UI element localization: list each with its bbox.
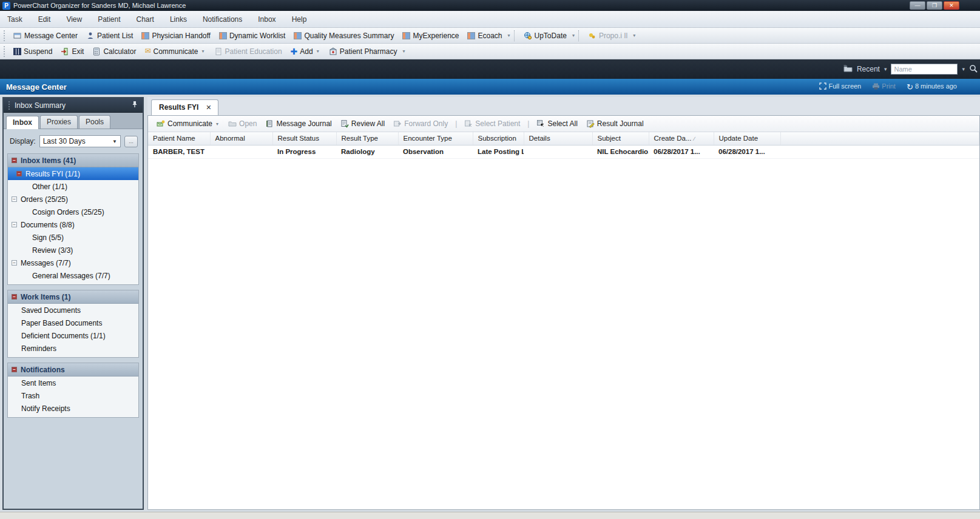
physician-handoff-button[interactable]: Physician Handoff — [137, 30, 215, 41]
sidebar-item-review[interactable]: Review (3/3) — [8, 244, 138, 256]
suspend-button[interactable]: Suspend — [9, 46, 56, 57]
section-header-work-items[interactable]: − Work Items (1) — [8, 290, 138, 304]
quality-measures-summary-icon — [294, 32, 302, 39]
message-center-button[interactable]: Message Center — [9, 30, 82, 41]
section-header-inbox-items[interactable]: − Inbox Items (41) — [8, 154, 138, 167]
column-header-abnormal[interactable]: Abnormal — [210, 132, 272, 145]
display-options-button[interactable]: ... — [124, 136, 138, 147]
select-patient-icon — [464, 119, 473, 128]
search-icon[interactable] — [969, 64, 978, 75]
sidebar-item-reminders[interactable]: Reminders — [8, 342, 138, 355]
myexperience-button[interactable]: MyExperience — [398, 30, 463, 41]
minimize-button[interactable]: — — [910, 1, 925, 10]
collapse-icon[interactable]: − — [12, 367, 17, 372]
collapse-icon[interactable]: − — [12, 196, 17, 202]
uptodate-button[interactable]: UpToDate — [519, 30, 571, 41]
restore-button[interactable]: ❐ — [927, 1, 942, 10]
exit-button[interactable]: Exit — [56, 46, 88, 57]
sidebar-item-paper-based-documents[interactable]: Paper Based Documents — [8, 316, 138, 329]
menu-edit[interactable]: Edit — [38, 15, 51, 24]
sidebar-item-other[interactable]: Other (1/1) — [8, 180, 138, 193]
calculator-button[interactable]: Calculator — [88, 46, 140, 57]
close-tab-icon[interactable]: ✕ — [206, 104, 211, 112]
column-header-subscription[interactable]: Subscription — [473, 132, 524, 145]
collapse-icon[interactable]: − — [12, 260, 17, 266]
refresh-status[interactable]: ↻ 8 minutes ago — [907, 82, 957, 92]
table-row[interactable]: BARBER, TEST In Progress Radiology Obser… — [148, 145, 979, 158]
menu-view[interactable]: View — [66, 15, 82, 24]
toolbar-overflow-chevron[interactable]: ▾ — [507, 33, 512, 38]
tab-results-fyi[interactable]: Results FYI ✕ — [151, 99, 218, 115]
column-header-patient-name[interactable]: Patient Name — [148, 132, 210, 145]
tab-inbox[interactable]: Inbox — [6, 116, 39, 129]
sidebar-item-notify-receipts[interactable]: Notify Receipts — [8, 402, 138, 415]
menu-inbox[interactable]: Inbox — [258, 15, 275, 24]
add-dropdown-chevron[interactable]: ▾ — [316, 49, 320, 54]
sidebar-item-results-fyi[interactable]: − Results FYI (1/1) — [8, 167, 138, 180]
sidebar-item-deficient-documents[interactable]: Deficient Documents (1/1) — [8, 329, 138, 342]
recent-dropdown[interactable]: Recent — [857, 65, 880, 73]
close-button[interactable]: ✕ — [944, 1, 959, 10]
search-dropdown-chevron[interactable]: ▾ — [962, 66, 965, 72]
column-header-details[interactable]: Details — [524, 132, 592, 145]
communicate-dropdown-chevron[interactable]: ▾ — [201, 49, 206, 54]
column-header-create-date[interactable]: Create Da...∕ — [649, 132, 714, 145]
panel-grip[interactable] — [8, 101, 11, 110]
cell-subject: NIL Echocardio... — [592, 145, 649, 158]
menu-task[interactable]: Task — [7, 15, 22, 24]
menu-help[interactable]: Help — [292, 15, 307, 24]
tab-pools[interactable]: Pools — [79, 115, 110, 129]
communicate-dropdown-chevron[interactable]: ▾ — [215, 121, 220, 127]
full-screen-button[interactable]: Full screen — [819, 82, 861, 91]
suspend-icon — [13, 48, 21, 55]
add-button[interactable]: ✚ Add ▾ — [286, 46, 325, 57]
actions-toolbar: Suspend Exit Calculator ✉ Communicate ▾ … — [0, 44, 980, 59]
sidebar-item-cosign-orders[interactable]: Cosign Orders (25/25) — [8, 206, 138, 218]
toolbar-overflow-chevron[interactable]: ▾ — [401, 49, 406, 54]
collapse-icon[interactable]: − — [12, 158, 17, 163]
column-header-result-type[interactable]: Result Type — [336, 132, 398, 145]
sidebar-item-sent-items[interactable]: Sent Items — [8, 377, 138, 389]
result-journal-button[interactable]: Result Journal — [583, 118, 647, 129]
tab-proxies[interactable]: Proxies — [40, 115, 78, 129]
refresh-icon: ↻ — [907, 82, 913, 92]
sidebar-item-general-messages[interactable]: General Messages (7/7) — [8, 269, 138, 282]
patient-list-icon — [86, 32, 95, 40]
sidebar-item-documents[interactable]: − Documents (8/8) — [8, 218, 138, 231]
review-all-button[interactable]: Review All — [337, 118, 388, 129]
sidebar-item-trash[interactable]: Trash — [8, 389, 138, 402]
message-journal-button[interactable]: Message Journal — [262, 118, 335, 129]
toolbar-overflow-chevron[interactable]: ▾ — [632, 33, 637, 38]
menu-links[interactable]: Links — [170, 15, 187, 24]
message-center-banner: Message Center Full screen Print ↻ 8 min… — [0, 79, 980, 95]
sidebar-item-saved-documents[interactable]: Saved Documents — [8, 304, 138, 316]
toolbar-overflow-chevron[interactable]: ▾ — [571, 33, 576, 38]
menu-notifications[interactable]: Notifications — [203, 15, 242, 24]
column-header-subject[interactable]: Subject — [592, 132, 649, 145]
column-header-update-date[interactable]: Update Date — [714, 132, 780, 145]
patient-list-button[interactable]: Patient List — [82, 30, 137, 41]
communicate-button[interactable]: ✉ Communicate ▾ — [140, 46, 209, 57]
patient-name-search-input[interactable] — [891, 64, 958, 75]
select-all-button[interactable]: Select All — [533, 118, 581, 129]
collapse-icon[interactable]: − — [12, 222, 17, 227]
quality-measures-summary-button[interactable]: Quality Measures Summary — [289, 30, 398, 41]
display-range-select[interactable]: Last 30 Days▼ — [39, 135, 121, 147]
menu-chart[interactable]: Chart — [137, 15, 154, 24]
collapse-icon[interactable]: − — [12, 294, 17, 300]
dynamic-worklist-button[interactable]: Dynamic Worklist — [215, 30, 289, 41]
section-header-notifications[interactable]: − Notifications — [8, 363, 138, 377]
menu-patient[interactable]: Patient — [98, 15, 120, 24]
collapse-icon[interactable]: − — [16, 171, 22, 176]
sidebar-item-messages[interactable]: − Messages (7/7) — [8, 256, 138, 269]
ecoach-button[interactable]: Ecoach — [463, 30, 506, 41]
communicate-results-button[interactable]: Communicate ▾ — [153, 118, 223, 129]
content-tab-strip: Results FYI ✕ — [147, 97, 980, 115]
sidebar-item-sign[interactable]: Sign (5/5) — [8, 231, 138, 244]
pin-icon[interactable] — [132, 101, 138, 110]
communicate-envelope-icon: ✉ — [144, 47, 150, 55]
column-header-encounter-type[interactable]: Encounter Type — [398, 132, 473, 145]
patient-pharmacy-button[interactable]: Patient Pharmacy — [325, 46, 402, 57]
sidebar-item-orders[interactable]: − Orders (25/25) — [8, 193, 138, 206]
column-header-result-status[interactable]: Result Status — [272, 132, 336, 145]
